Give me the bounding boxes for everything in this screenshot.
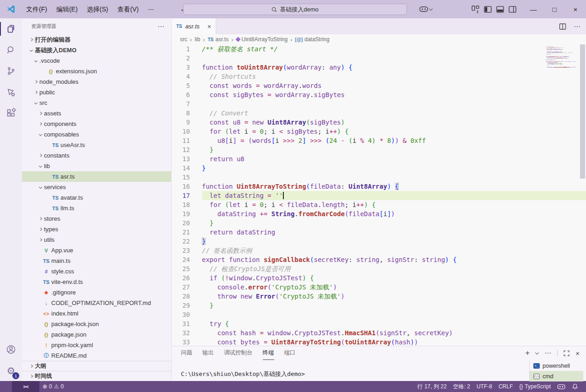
toggle-secondary-sidebar-icon[interactable] [509,5,516,13]
code-line[interactable]: 32 const hash = window.CryptoJSTest.Hmac… [172,328,586,338]
panel-tab-问题[interactable]: 问题 [181,346,192,360]
tab-close-icon[interactable]: × [207,23,211,30]
problems-status[interactable]: ⊗ 0 ⚠ 0 [39,381,67,392]
tree-item-avatar.ts[interactable]: TSavatar.ts [22,192,171,203]
section-时间线[interactable]: 时间线 [22,371,171,381]
tree-item-stores[interactable]: stores [22,213,171,224]
tree-item-components[interactable]: components [22,119,171,129]
extensions-icon[interactable] [0,103,22,124]
code-line[interactable]: 11 u8[i] = (words[i >>> 2] >>> (24 - (i … [172,136,586,145]
source-control-icon[interactable] [0,60,22,82]
customize-layout-icon[interactable] [472,5,479,13]
panel-more-actions[interactable]: ⋯ [544,349,551,357]
tree-item-llm.ts[interactable]: TSllm.ts [22,203,171,213]
tree-item-main.ts[interactable]: TSmain.ts [22,256,171,266]
tree-item-utils[interactable]: utils [22,234,171,245]
tree-item-CODE_OPTIMIZATION_REPORT.md[interactable]: ↓CODE_OPTIMIZATION_REPORT.md [22,298,171,308]
tree-item-extensions.json[interactable]: {}extensions.json [22,66,171,76]
new-terminal-button[interactable]: + [525,348,530,358]
code-line[interactable]: 19 dataString += String.fromCharCode(fil… [172,209,586,218]
account-icon[interactable] [0,339,22,360]
tab-asr-ts[interactable]: TS asr.ts × [172,18,216,34]
terminal-profile-cmd[interactable]: C:\cmd [530,371,583,381]
breadcrumb-dataString[interactable]: [@]dataString [295,36,330,43]
code-line[interactable]: 4 // Shortcuts [172,72,586,81]
explorer-more-actions[interactable]: ⋯ [157,22,165,31]
search-icon[interactable] [0,39,22,60]
code-line[interactable]: 30 [172,310,586,319]
terminal-profile-chevron-icon[interactable] [535,350,539,354]
command-center-search[interactable]: 基础接入demo [183,4,407,15]
code-line[interactable]: 26 if (!window.CryptoJSTest) { [172,273,586,283]
code-editor[interactable]: 1/** 获取签名 start */23function toUint8Arra… [172,44,586,346]
close-panel-icon[interactable]: × [575,349,580,357]
code-line[interactable]: 24export function signCallback(secretKey… [172,255,586,264]
tree-item-package.json[interactable]: {}package.json [22,329,171,340]
breadcrumb-lib[interactable]: lib [195,36,200,43]
panel-tab-调试控制台[interactable]: 调试控制台 [224,346,253,360]
code-line[interactable]: 13 return u8 [172,154,586,163]
terminal-prompt[interactable]: C:\Users\shiuo\Desktop\基础接入demo> [181,370,305,378]
run-debug-icon[interactable] [0,82,22,103]
maximize-panel-icon[interactable] [564,350,570,356]
menu-选择[interactable]: 选择(S) [82,5,113,13]
tree-item-public[interactable]: public [22,87,171,98]
tree-item-index.html[interactable]: <>index.html [22,308,171,319]
tree-item-services[interactable]: services [22,182,171,192]
close-button[interactable]: × [565,0,586,18]
code-line[interactable]: 14} [172,163,586,173]
tree-item-打开的编辑器[interactable]: 打开的编辑器 [22,34,171,45]
explorer-icon[interactable] [0,18,22,39]
language-mode[interactable]: {} TypeScript [516,381,554,392]
code-line[interactable]: 21 return dataString [172,228,586,237]
panel-tab-终端[interactable]: 终端 [263,346,274,360]
tree-item-asr.ts[interactable]: TSasr.ts [22,171,171,182]
tree-item-lib[interactable]: lib [22,161,171,171]
code-line[interactable]: 31 try { [172,319,586,328]
encoding[interactable]: UTF-8 [473,381,495,392]
code-line[interactable]: 5 const words = wordArray.words [172,81,586,90]
tree-item-pnpm-lock.yaml[interactable]: !pnpm-lock.yaml [22,340,171,350]
tree-item-constants[interactable]: constants [22,150,171,161]
tree-item-node_modules[interactable]: node_modules [22,76,171,87]
code-line[interactable]: 33 const bytes = Uint8ArrayToString(toUi… [172,338,586,346]
section-大纲[interactable]: 大纲 [22,361,171,371]
code-line[interactable]: 3function toUint8Array(wordArray: any) { [172,63,586,72]
tree-item-README.md[interactable]: ⓘREADME.md [22,350,171,361]
code-line[interactable]: 25 // 检查CryptoJS是否可用 [172,264,586,273]
code-line[interactable]: 2 [172,54,586,63]
code-line[interactable]: 16function Uint8ArrayToString(fileData: … [172,182,586,191]
panel-tab-输出[interactable]: 输出 [202,346,214,360]
tree-item-types[interactable]: types [22,224,171,234]
tree-item-src[interactable]: src [22,98,171,108]
menu-查看[interactable]: 查看(V) [113,5,143,13]
code-line[interactable]: 23// 签名函数示例 [172,246,586,255]
terminal-profile-powershell[interactable]: >_powershell [530,360,583,371]
cursor-position[interactable]: 行 17, 列 22 [414,381,450,392]
code-line[interactable]: 22} [172,237,586,246]
menu-编辑[interactable]: 编辑(E) [52,5,82,13]
tree-item-.gitignore[interactable]: ◆.gitignore [22,287,171,298]
editor-scrollbar[interactable] [580,44,585,179]
minimap[interactable]: /** 获取签名 start */function toUint8Array(w… [546,46,578,68]
tree-item-vite-env.d.ts[interactable]: TSvite-env.d.ts [22,277,171,287]
tree-item-composables[interactable]: composables [22,129,171,140]
notifications-bell[interactable] [569,381,581,392]
code-line[interactable]: 15 [172,173,586,182]
tree-item-assets[interactable]: assets [22,108,171,119]
tree-item-style.css[interactable]: #style.css [22,266,171,277]
eol-sequence[interactable]: CRLF [495,381,516,392]
copilot-status[interactable] [554,381,569,392]
copilot-button[interactable] [419,6,432,12]
editor-more-actions[interactable]: ⋯ [574,22,581,31]
tree-item-useAsr.ts[interactable]: TSuseAsr.ts [22,140,171,150]
panel-tab-端口[interactable]: 端口 [284,346,296,360]
tree-item-App.vue[interactable]: VApp.vue [22,245,171,256]
minimize-button[interactable]: — [523,0,544,18]
breadcrumb-src[interactable]: src [180,36,187,43]
code-line[interactable]: 18 for (let i = 0; i < fileData.length; … [172,200,586,209]
code-line[interactable]: 7 [172,99,586,109]
toggle-panel-icon[interactable] [496,5,504,13]
menu-文件[interactable]: 文件(F) [22,5,52,13]
code-line[interactable]: 8 // Convert [172,109,586,118]
